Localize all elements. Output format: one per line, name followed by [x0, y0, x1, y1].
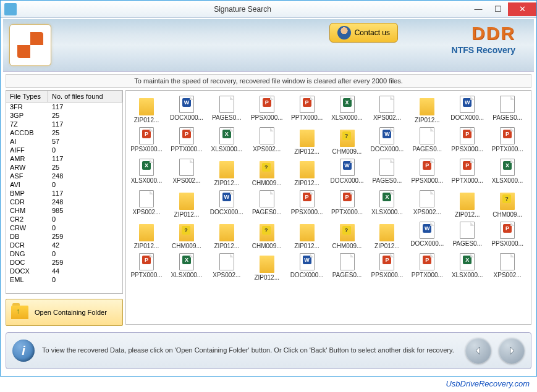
table-row[interactable]: CDR248: [6, 198, 122, 206]
file-grid-scroll[interactable]: ZIP012...WDOCX000...PAGES0...PPPSX000...…: [129, 94, 528, 320]
file-item[interactable]: PPPTX000...: [129, 252, 164, 282]
file-item[interactable]: ?CHM009...: [489, 189, 525, 219]
table-row[interactable]: CRW0: [6, 223, 122, 232]
file-item[interactable]: PAGES0...: [369, 157, 405, 188]
file-item[interactable]: WDOCX000...: [289, 252, 325, 282]
file-item[interactable]: WDOCX000...: [409, 220, 445, 251]
table-row[interactable]: DB259: [6, 232, 122, 241]
next-button[interactable]: [499, 338, 525, 364]
maximize-button[interactable]: ☐: [488, 2, 508, 16]
table-row[interactable]: 7Z117: [6, 120, 122, 128]
file-item[interactable]: WDOCX000...: [209, 189, 245, 219]
file-item[interactable]: ?CHM009...: [329, 126, 365, 156]
table-row[interactable]: AMR117: [6, 154, 122, 163]
file-item[interactable]: ZIP012...: [289, 126, 325, 156]
file-item[interactable]: ?CHM009...: [249, 220, 285, 251]
file-item[interactable]: XXLSX000...: [489, 157, 525, 188]
file-item[interactable]: XPS002...: [369, 94, 405, 125]
table-row[interactable]: DCR42: [6, 241, 122, 249]
file-item[interactable]: ZIP012...: [209, 157, 245, 188]
table-row[interactable]: DNG0: [6, 249, 122, 258]
ppt-icon: P: [500, 127, 515, 144]
file-item[interactable]: PAGES0...: [209, 94, 245, 125]
table-row[interactable]: EML0: [6, 275, 122, 284]
table-rows[interactable]: 3FR1173GP257Z117ACCDB25AI57AIFF0AMR117AR…: [6, 102, 122, 293]
file-item[interactable]: PPPTX000...: [169, 126, 205, 156]
table-row[interactable]: BMP117: [6, 189, 122, 198]
file-item[interactable]: PPPSX000...: [369, 252, 405, 282]
file-item[interactable]: ZIP012...: [129, 94, 164, 125]
file-item[interactable]: XPS002...: [489, 252, 525, 282]
file-item[interactable]: PAGES0...: [409, 126, 445, 156]
file-item[interactable]: PAGES0...: [249, 189, 285, 219]
file-item[interactable]: XXLSX000...: [369, 189, 405, 219]
file-item[interactable]: PPPSX000...: [249, 94, 285, 125]
table-row[interactable]: ASF248: [6, 172, 122, 180]
file-item[interactable]: XXLSX000...: [209, 126, 245, 156]
file-item[interactable]: PPPSX000...: [289, 189, 325, 219]
col-file-count[interactable]: No. of files found: [48, 91, 122, 102]
file-item[interactable]: PAGES0...: [449, 220, 485, 251]
cell-count: 57: [48, 137, 122, 146]
file-item[interactable]: PAGES0...: [329, 252, 365, 282]
cell-type: BMP: [6, 189, 48, 198]
file-item[interactable]: PPPSX000...: [409, 157, 445, 188]
file-item[interactable]: XXLSX000...: [129, 157, 164, 188]
back-button[interactable]: [465, 338, 491, 364]
table-row[interactable]: ARW25: [6, 163, 122, 172]
table-row[interactable]: 3FR117: [6, 102, 122, 111]
file-item[interactable]: XXLSX000...: [329, 94, 365, 125]
recovered-files-panel: ZIP012...WDOCX000...PAGES0...PPPSX000...…: [125, 90, 531, 325]
file-item[interactable]: XPS002...: [209, 252, 245, 282]
file-item[interactable]: ZIP012...: [169, 189, 205, 219]
file-item[interactable]: WDOCX000...: [369, 126, 405, 156]
table-row[interactable]: AIFF0: [6, 146, 122, 154]
file-item[interactable]: ZIP012...: [369, 220, 405, 251]
file-item[interactable]: PPPTX000...: [489, 126, 525, 156]
file-item[interactable]: ?CHM009...: [169, 220, 205, 251]
file-item[interactable]: PPPTX000...: [409, 252, 445, 282]
table-row[interactable]: ACCDB25: [6, 128, 122, 137]
table-row[interactable]: DOC259: [6, 258, 122, 267]
file-item[interactable]: PPPSX000...: [489, 220, 525, 251]
file-item[interactable]: WDOCX000...: [329, 157, 365, 188]
file-item[interactable]: ZIP012...: [209, 220, 245, 251]
footer-link[interactable]: UsbDriveRecovery.com: [0, 377, 537, 388]
file-item[interactable]: PAGES0...: [489, 94, 525, 125]
file-item[interactable]: PPPTX000...: [449, 157, 485, 188]
info-bar: i To view the recovered Data, please cli…: [6, 332, 531, 369]
file-item[interactable]: ?CHM009...: [329, 220, 365, 251]
table-row[interactable]: AI57: [6, 137, 122, 146]
folder-icon: [179, 193, 194, 210]
table-row[interactable]: AVI0: [6, 180, 122, 189]
table-row[interactable]: CR20: [6, 215, 122, 223]
file-item[interactable]: PPPTX000...: [289, 94, 325, 125]
file-item[interactable]: XPS002...: [409, 189, 445, 219]
file-item[interactable]: ZIP012...: [289, 157, 325, 188]
file-item[interactable]: ?CHM009...: [249, 157, 285, 188]
table-row[interactable]: DOCX44: [6, 267, 122, 275]
minimize-button[interactable]: —: [468, 2, 488, 16]
open-containing-folder-button[interactable]: Open Containing Folder: [6, 299, 123, 326]
file-item[interactable]: XPS002...: [249, 126, 285, 156]
file-item[interactable]: XXLSX000...: [449, 252, 485, 282]
file-item[interactable]: XXLSX000...: [169, 252, 205, 282]
file-item[interactable]: ZIP012...: [289, 220, 325, 251]
file-item[interactable]: PPPSX000...: [129, 126, 164, 156]
file-item[interactable]: ZIP012...: [449, 189, 485, 219]
file-item[interactable]: PPPSX000...: [449, 126, 485, 156]
file-item[interactable]: ZIP012...: [409, 94, 445, 125]
contact-us-button[interactable]: Contact us: [329, 23, 398, 43]
close-button[interactable]: ✕: [508, 2, 536, 16]
table-row[interactable]: CHM985: [6, 206, 122, 215]
file-item[interactable]: ZIP012...: [129, 220, 164, 251]
table-row[interactable]: 3GP25: [6, 111, 122, 120]
file-label: ZIP012...: [455, 211, 480, 218]
col-file-types[interactable]: File Types: [6, 91, 48, 102]
file-item[interactable]: WDOCX000...: [169, 94, 205, 125]
file-item[interactable]: ZIP012...: [249, 252, 285, 282]
file-item[interactable]: PPPTX000...: [329, 189, 365, 219]
file-item[interactable]: WDOCX000...: [449, 94, 485, 125]
file-item[interactable]: XPS002...: [129, 189, 164, 219]
file-item[interactable]: XPS002...: [169, 157, 205, 188]
